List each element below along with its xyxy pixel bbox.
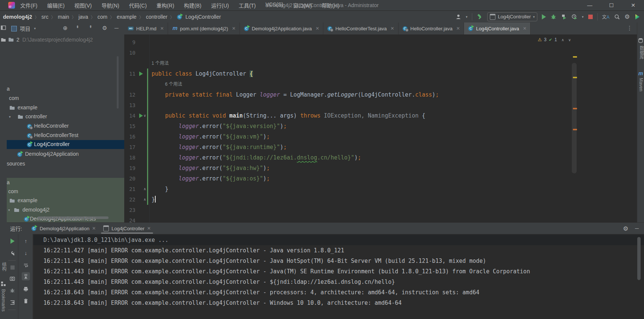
menu-item[interactable]: 重构(R) [156, 1, 174, 9]
expand-all-icon[interactable]: ⇟ [76, 25, 78, 29]
project-tree-item[interactable]: HelloControllerTest [7, 131, 124, 140]
close-icon[interactable]: ✕ [147, 226, 151, 231]
project-panel-title[interactable]: 项目 [20, 25, 30, 32]
minimize-button[interactable]: — [579, 0, 601, 10]
maven-tool-button[interactable]: Maven [638, 78, 644, 91]
hide-icon[interactable]: ─ [115, 25, 119, 31]
project-tree-item[interactable]: ▾demolog4j2 [7, 206, 124, 215]
close-icon[interactable]: ✕ [390, 26, 394, 31]
menu-item[interactable]: 构建(B) [184, 1, 202, 9]
breadcrumb-item[interactable]: controller [146, 14, 168, 20]
project-tree-item[interactable]: example [7, 196, 124, 205]
close-button[interactable]: ✕ [622, 0, 644, 10]
editor-tab[interactable]: pom.xml (demolog4j2)✕ [168, 22, 240, 34]
menu-item[interactable]: 帮助(H) [322, 1, 339, 9]
gear-icon[interactable]: ⚙ [625, 13, 630, 20]
search-icon[interactable] [614, 14, 620, 20]
up-arrow-icon[interactable]: ↑ [22, 237, 30, 245]
menu-item[interactable]: 工具(T) [239, 1, 256, 9]
breadcrumb-item[interactable]: main [58, 14, 69, 20]
close-icon[interactable]: ✕ [160, 26, 164, 31]
gear-icon[interactable]: ⚙ [102, 25, 107, 31]
soft-wrap-icon[interactable] [22, 261, 30, 269]
maximize-button[interactable]: ☐ [601, 0, 622, 10]
translate-icon[interactable]: 文A [602, 13, 610, 20]
coverage-icon[interactable] [561, 14, 567, 20]
screenshot-icon[interactable] [8, 274, 16, 283]
wrench-icon[interactable] [8, 249, 16, 257]
project-tree-item[interactable]: a [7, 85, 124, 94]
gradient-play-icon[interactable] [634, 14, 640, 20]
database-tool-button[interactable]: 数据库 [638, 46, 644, 59]
stop-button[interactable] [588, 15, 593, 19]
project-tool-window-icon[interactable] [0, 25, 6, 31]
inspections-widget[interactable]: ⚠3 ✔1 ∧ ∨ [538, 37, 573, 42]
next-prev-problem-icons[interactable]: ∧ ∨ [561, 38, 572, 42]
console-scrollbar[interactable] [637, 237, 641, 280]
project-tree-item[interactable]: a [7, 178, 124, 187]
user-icon[interactable] [455, 14, 461, 20]
menu-item[interactable]: 代码(C) [129, 1, 147, 9]
hammer-icon[interactable] [477, 14, 483, 20]
fold-marker-icon[interactable]: ∧ [144, 184, 146, 194]
menu-item[interactable]: VCS(S) [266, 1, 283, 9]
menu-item[interactable]: 文件(F) [20, 1, 37, 9]
run-gutter-icon[interactable] [139, 113, 143, 118]
clear-icon[interactable] [22, 297, 30, 305]
print-icon[interactable] [22, 285, 30, 293]
fold-marker-icon[interactable]: ∧ [144, 194, 146, 205]
breadcrumb-item[interactable]: Log4jController [185, 14, 221, 20]
close-icon[interactable]: ✕ [315, 26, 319, 31]
close-icon[interactable]: ✕ [523, 26, 527, 31]
project-tree-item[interactable]: sources [7, 160, 124, 168]
menu-item[interactable]: 视图(V) [74, 1, 92, 9]
import-icon[interactable] [8, 298, 16, 307]
breadcrumb-item[interactable]: src [42, 14, 49, 20]
scroll-to-end-icon[interactable] [22, 272, 30, 280]
editor-tab[interactable]: HelloControllerTest.java✕ [323, 22, 398, 34]
editor-tab[interactable]: HelloController.java✕ [399, 22, 464, 34]
menu-item[interactable]: 导航(N) [101, 1, 119, 9]
project-tree-item[interactable]: Demolog4j2Application [7, 150, 124, 159]
collapse-all-icon[interactable]: ⇞ [89, 25, 92, 29]
chevron-down-icon[interactable]: ▾ [582, 15, 584, 19]
rerun-icon[interactable] [8, 237, 16, 245]
menu-item[interactable]: 窗口(W) [293, 1, 312, 9]
bookmarks-tool-button[interactable]: Bookmarks [1, 289, 6, 312]
editor-tab[interactable]: Demolog4j2Application.java✕ [240, 22, 324, 34]
close-icon[interactable]: ✕ [92, 226, 96, 231]
chevron-down-icon[interactable]: ▾ [9, 115, 11, 119]
chevron-down-icon[interactable]: ▾ [466, 15, 468, 19]
folder-tool-icon[interactable] [0, 37, 6, 43]
run-gutter-icon[interactable] [139, 72, 143, 76]
project-tree-item[interactable]: ▾controller [7, 112, 124, 121]
structure-tool-button[interactable]: 结构 [1, 262, 7, 271]
error-stripe-mark[interactable] [573, 56, 577, 58]
run-configuration-select[interactable]: Log4jController ▾ [487, 12, 537, 21]
menu-item[interactable]: 运行(U) [211, 1, 229, 9]
profiler-icon[interactable] [571, 14, 577, 20]
breadcrumb-item[interactable]: java [79, 14, 88, 20]
chevron-down-icon[interactable]: ▾ [34, 27, 36, 30]
project-root-row[interactable]: 2 D:\Javatestproject\demolog4j2 [8, 35, 93, 44]
editor-tab[interactable]: Log4jController.java✕ [464, 22, 531, 34]
tab-overflow-icon[interactable]: ⋮ [627, 25, 632, 31]
run-tab[interactable]: Demolog4j2Application✕ [27, 223, 100, 234]
editor-tab[interactable]: HELP.md✕ [124, 22, 168, 34]
close-icon[interactable]: ✕ [456, 26, 460, 31]
tree-vertical-scrollbar[interactable] [117, 56, 119, 109]
gear-icon[interactable]: ⚙ [623, 225, 628, 232]
chevron-down-icon[interactable]: ▾ [8, 208, 10, 212]
breadcrumb-item[interactable]: com [98, 14, 107, 20]
project-tree-item[interactable]: com [7, 94, 124, 103]
error-stripe-mark[interactable] [573, 108, 577, 109]
project-tree-item[interactable]: example [7, 103, 124, 112]
debug-icon[interactable] [550, 14, 556, 20]
error-stripe-mark[interactable] [573, 129, 577, 130]
menu-item[interactable]: 编辑(E) [47, 1, 65, 9]
run-console[interactable]: D:\Java\jdk1.8.0_121\bin\java.exe ...16:… [33, 234, 644, 319]
error-stripe-mark[interactable] [573, 77, 577, 78]
tree-horizontal-scrollbar[interactable] [37, 216, 109, 219]
run-tab[interactable]: Log4jController✕ [100, 223, 155, 234]
code-editor[interactable]: 9101 个用法11public class Log4jController {… [124, 34, 637, 222]
